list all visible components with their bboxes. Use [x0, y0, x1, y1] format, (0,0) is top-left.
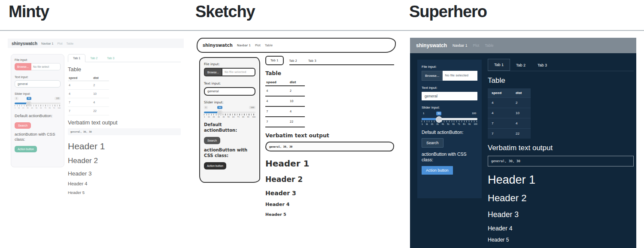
slider-input[interactable]: 1 30 100 1112131415161718191100 — [422, 112, 477, 125]
slider-input-label: Slider input: — [204, 100, 255, 104]
slider-max-label: 100 — [471, 112, 477, 115]
tick-label: 51 — [36, 107, 37, 109]
navbar-link-plot[interactable]: Plot — [255, 44, 261, 47]
tick-label: 71 — [44, 107, 46, 109]
text-input-label: Text input: — [422, 86, 477, 90]
main-content: Tab 1 Tab 2 Tab 3 Table speed dist 42 41… — [265, 56, 394, 217]
cell: 4 — [488, 98, 512, 108]
slider-input[interactable]: 1 30 100 1112131415161718191100 — [204, 106, 255, 118]
table-row: 74 — [265, 106, 305, 117]
navbar-brand[interactable]: shinyswatch — [203, 43, 233, 48]
tab-3[interactable]: Tab 3 — [102, 54, 119, 62]
verbatim-output: general, 30, 30 — [68, 128, 181, 135]
data-table: speed dist 42 410 74 722 — [68, 75, 109, 115]
header-4: Header 4 — [488, 225, 634, 232]
slider-track[interactable] — [422, 118, 477, 120]
navbar-link-plot[interactable]: Plot — [473, 43, 480, 48]
table-row: 42 — [68, 81, 109, 90]
cell: 4 — [68, 81, 92, 90]
slider-handle[interactable] — [436, 116, 442, 123]
cell: 7 — [488, 118, 512, 129]
tab-3[interactable]: Tab 3 — [303, 57, 322, 65]
search-button[interactable]: Search — [422, 138, 444, 148]
file-name-box: No file selected — [222, 68, 255, 76]
header-4: Header 4 — [68, 181, 181, 186]
col-header-dist[interactable]: dist — [289, 79, 305, 86]
navbar-link-navbar1[interactable]: Navbar 1 — [41, 42, 53, 45]
slider-max-label: 100 — [249, 106, 255, 109]
sidebar: File input: Browse... No file selected T… — [199, 57, 260, 183]
header-5: Header 5 — [488, 237, 634, 243]
browse-button[interactable]: Browse... — [422, 71, 443, 81]
main-content: Tab 1 Tab 2 Tab 3 Table speed dist 42 41… — [68, 54, 181, 195]
cell: 22 — [92, 107, 109, 115]
navbar-link-navbar1[interactable]: Navbar 1 — [453, 43, 468, 48]
tab-1[interactable]: Tab 1 — [265, 56, 284, 65]
slider-input[interactable]: 1 30 100 1112131415161718191100 — [15, 97, 61, 109]
tick-label: 1 — [422, 123, 423, 125]
slider-min-label: 1 — [422, 112, 425, 115]
tick-label: 21 — [22, 107, 24, 109]
tab-bar: Tab 1 Tab 2 Tab 3 — [488, 60, 634, 71]
text-input[interactable]: general — [15, 80, 61, 88]
action-button[interactable]: Action button — [204, 162, 226, 169]
header-2: Header 2 — [488, 193, 634, 204]
col-header-speed[interactable]: speed — [68, 75, 92, 81]
navbar: shinyswatch Navbar 1 Plot Table — [410, 38, 636, 53]
file-name-box: No file select — [31, 63, 61, 70]
css-actionbutton-label: actionButton with CSS class: — [422, 151, 477, 163]
cell: 2 — [512, 98, 531, 108]
table-row: 410 — [488, 108, 531, 118]
search-button[interactable]: Search — [204, 137, 220, 144]
navbar-link-table[interactable]: Table — [265, 44, 273, 47]
text-input[interactable]: general — [422, 92, 477, 100]
cell: 4 — [92, 98, 109, 107]
text-input[interactable]: general — [204, 87, 255, 96]
tick-label: 61 — [40, 107, 42, 109]
table-row: 410 — [265, 96, 305, 106]
tab-2[interactable]: Tab 2 — [85, 54, 102, 62]
file-input-label: File input: — [15, 58, 61, 61]
tab-bar: Tab 1 Tab 2 Tab 3 — [68, 54, 181, 62]
tab-2[interactable]: Tab 2 — [284, 57, 303, 65]
tick-label: 100 — [252, 116, 255, 118]
tab-3[interactable]: Tab 3 — [532, 60, 553, 71]
navbar-link-table[interactable]: Table — [485, 43, 493, 48]
slider-track[interactable] — [15, 103, 61, 104]
action-button[interactable]: Action button — [15, 146, 37, 152]
col-header-dist[interactable]: dist — [92, 75, 109, 81]
navbar-link-plot[interactable]: Plot — [57, 42, 62, 45]
tick-label: 1 — [204, 116, 205, 118]
navbar-link-navbar1[interactable]: Navbar 1 — [237, 44, 251, 47]
table-header-row: speed dist — [488, 88, 531, 98]
slider-track[interactable] — [204, 112, 255, 113]
table-title: Table — [488, 76, 634, 85]
theme-title-minty: Minty — [9, 3, 49, 21]
browse-button[interactable]: Browse... — [204, 68, 222, 76]
slider-min-label: 1 — [204, 106, 208, 109]
tab-2[interactable]: Tab 2 — [510, 60, 532, 71]
text-input-label: Text input: — [204, 82, 255, 85]
table-row: 42 — [265, 86, 305, 96]
action-button[interactable]: Action button — [422, 166, 453, 175]
tick-label: 61 — [232, 116, 234, 118]
header-1: Header 1 — [488, 173, 634, 187]
tab-1[interactable]: Tab 1 — [488, 59, 510, 71]
browse-button[interactable]: Browse... — [15, 63, 31, 70]
table-title: Table — [68, 66, 181, 73]
search-button[interactable]: Search — [15, 122, 31, 129]
verbatim-output: general, 30, 30 — [265, 142, 394, 151]
tick-label: 51 — [447, 123, 450, 125]
slider-handle[interactable] — [217, 110, 222, 115]
tab-1[interactable]: Tab 1 — [68, 54, 85, 62]
col-header-speed[interactable]: speed — [488, 88, 512, 98]
navbar-brand[interactable]: shinyswatch — [12, 41, 37, 46]
navbar-brand[interactable]: shinyswatch — [416, 42, 447, 48]
col-header-speed[interactable]: speed — [265, 79, 289, 86]
tick-label: 21 — [431, 123, 434, 125]
tick-label: 51 — [228, 116, 230, 118]
slider-handle[interactable] — [26, 101, 31, 106]
col-header-dist[interactable]: dist — [512, 88, 531, 98]
navbar-link-table[interactable]: Table — [67, 42, 74, 45]
cell: 4 — [289, 106, 305, 117]
